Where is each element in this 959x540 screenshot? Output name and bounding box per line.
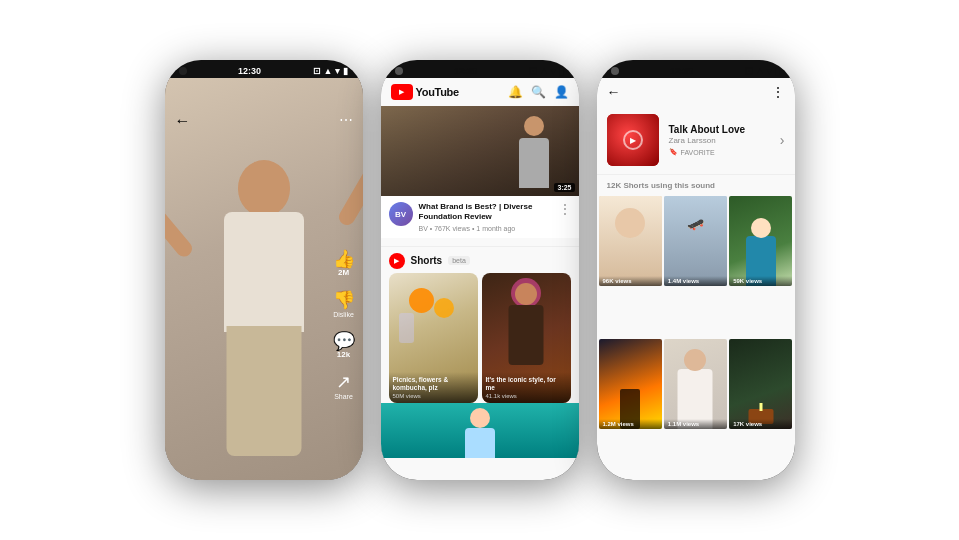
youtube-logo-text: YouTube <box>416 86 459 98</box>
phone-left: 12:30 ⊡ ▲ ▾ ▮ ← ⋯ 👍 <box>165 60 363 480</box>
header-icons: 🔔 🔍 👤 <box>508 85 569 99</box>
more-options-right[interactable]: ⋮ <box>771 84 785 100</box>
youtube-logo[interactable]: YouTube <box>391 84 459 100</box>
back-nav[interactable]: ← <box>175 112 191 130</box>
wifi-icon-c: ▾ <box>551 66 556 76</box>
video-info: BV What Brand is Best? | Diverse Foundat… <box>381 196 579 238</box>
thumbs-down-icon: 👎 <box>333 291 355 309</box>
battery-icon-r: ▮ <box>775 66 780 76</box>
grid-short-1[interactable]: 96K views <box>599 196 662 286</box>
signal-icon: ▲ <box>324 66 333 76</box>
favorite-button[interactable]: 🔖 FAVORITE <box>669 148 770 156</box>
grid-short-5-views: 1.1M views <box>664 419 727 429</box>
shorts-row: Picnics, flowers & kombucha, plz 50M vie… <box>381 273 579 403</box>
person-body <box>224 212 304 332</box>
short-1-overlay: Picnics, flowers & kombucha, plz 50M vie… <box>389 372 478 403</box>
grid-short-5[interactable]: 1.1M views <box>664 339 727 429</box>
more-options-button[interactable]: ⋯ <box>339 112 353 128</box>
cast-icon-c: ⊡ <box>529 66 537 76</box>
short-2-overlay: It's the iconic style, for me 41.1k view… <box>482 372 571 403</box>
video-more-icon[interactable]: ⋮ <box>559 202 571 216</box>
youtube-header: YouTube 🔔 🔍 👤 <box>381 78 579 106</box>
share-button[interactable]: ↗ Share <box>334 373 353 400</box>
like-button[interactable]: 👍 2M <box>333 250 355 277</box>
short-card-1[interactable]: Picnics, flowers & kombucha, plz 50M vie… <box>389 273 478 403</box>
channel-initials: BV <box>395 210 406 219</box>
channel-avatar: BV <box>389 202 413 226</box>
video-controls: 👍 2M 👎 Dislike 💬 12k ↗ Share <box>333 250 355 400</box>
grid-short-6[interactable]: 17K views <box>729 339 792 429</box>
grid-short-4[interactable]: 1.2M views <box>599 339 662 429</box>
cast-icon-r: ⊡ <box>745 66 753 76</box>
grid-short-4-views: 1.2M views <box>599 419 662 429</box>
status-bar-center: 12:30 ⊡ ▲ ▾ ▮ <box>381 60 579 78</box>
grid-short-2-views: 1.4M views <box>664 276 727 286</box>
sound-thumb-bg: ▶ <box>607 114 659 166</box>
person-figure <box>184 140 344 480</box>
camera-dot-left <box>179 67 187 75</box>
search-icon[interactable]: 🔍 <box>531 85 546 99</box>
notification-icon[interactable]: 🔔 <box>508 85 523 99</box>
grid-short-2[interactable]: 🛹 1.4M views <box>664 196 727 286</box>
video-title: What Brand is Best? | Diverse Foundation… <box>419 202 553 223</box>
grid-short-3-views: 59K views <box>729 276 792 286</box>
battery-icon-c: ▮ <box>559 66 564 76</box>
time-right: 12:30 <box>670 66 693 76</box>
shorts-title: Shorts <box>411 255 443 266</box>
back-button[interactable]: ← <box>607 84 621 100</box>
shorts-logo-icon: ▶ <box>389 253 405 269</box>
account-icon[interactable]: 👤 <box>554 85 569 99</box>
share-icon: ↗ <box>336 373 351 391</box>
chevron-right-icon[interactable]: › <box>780 132 785 148</box>
video-meta: BV • 767K views • 1 month ago <box>419 225 553 232</box>
sound-title: Talk About Love <box>669 124 770 135</box>
sound-info: ▶ Talk About Love Zara Larsson 🔖 FAVORIT… <box>597 106 795 175</box>
youtube-logo-icon <box>391 84 413 100</box>
bottom-preview <box>381 403 579 458</box>
thumbs-up-icon: 👍 <box>333 250 355 268</box>
sound-artist: Zara Larsson <box>669 136 770 145</box>
short-2-title: It's the iconic style, for me <box>486 376 567 392</box>
grid-short-6-views: 17K views <box>729 419 792 429</box>
dislike-button[interactable]: 👎 Dislike <box>333 291 355 318</box>
shorts-grid: 96K views 🛹 1.4M views 59K views <box>597 196 795 480</box>
favorite-label: FAVORITE <box>681 149 715 156</box>
camera-dot-center <box>395 67 403 75</box>
short-1-title: Picnics, flowers & kombucha, plz <box>393 376 474 392</box>
wifi-icon-r: ▾ <box>767 66 772 76</box>
thumb-person-head <box>524 116 544 136</box>
short-card-2[interactable]: It's the iconic style, for me 41.1k view… <box>482 273 571 403</box>
short-2-views: 41.1k views <box>486 393 567 399</box>
comment-button[interactable]: 💬 12k <box>333 332 355 359</box>
camera-dot-right <box>611 67 619 75</box>
wifi-icon: ▾ <box>335 66 340 76</box>
sound-text: Talk About Love Zara Larsson 🔖 FAVORITE <box>669 124 770 156</box>
grid-short-1-views: 96K views <box>599 276 662 286</box>
status-bar-right: 12:30 ⊡ ▲ ▾ ▮ <box>597 60 795 78</box>
sound-header: ← ⋮ <box>597 78 795 106</box>
video-thumbnail: 3:25 <box>381 106 579 196</box>
signal-icon-r: ▲ <box>756 66 765 76</box>
cast-icon: ⊡ <box>313 66 321 76</box>
status-icons-left: ⊡ ▲ ▾ ▮ <box>313 66 349 76</box>
person-lower <box>226 326 301 456</box>
short-1-views: 50M views <box>393 393 474 399</box>
back-arrow-icon[interactable]: ← <box>175 112 191 129</box>
video-text: What Brand is Best? | Diverse Foundation… <box>419 202 553 232</box>
thumb-person <box>509 116 559 196</box>
shorts-count: 12K Shorts using this sound <box>597 175 795 196</box>
phone-center: 12:30 ⊡ ▲ ▾ ▮ YouTube 🔔 🔍 👤 <box>381 60 579 480</box>
grid-short-3[interactable]: 59K views <box>729 196 792 286</box>
person-head <box>238 160 290 216</box>
battery-icon: ▮ <box>343 66 348 76</box>
sound-thumbnail[interactable]: ▶ <box>607 114 659 166</box>
thumb-person-body <box>519 138 549 188</box>
video-duration: 3:25 <box>554 183 574 192</box>
shorts-header: ▶ Shorts beta <box>381 249 579 273</box>
play-icon: ▶ <box>623 130 643 150</box>
time-center: 12:30 <box>454 66 477 76</box>
shorts-beta-badge: beta <box>448 256 470 265</box>
more-dots-icon: ⋯ <box>339 112 353 128</box>
sound-page-screen: ← ⋮ ▶ Talk About Love Zara Larsson 🔖 FAV… <box>597 78 795 480</box>
video-card[interactable]: 3:25 BV What Brand is Best? | Diverse Fo… <box>381 106 579 238</box>
